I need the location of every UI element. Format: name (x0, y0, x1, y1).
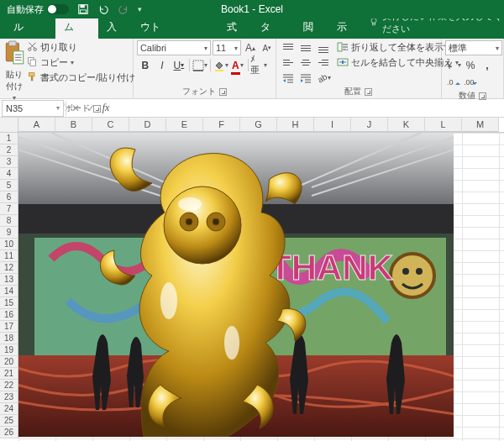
copy-button[interactable]: コピー ▾ (27, 55, 135, 70)
align-left-icon[interactable] (280, 55, 297, 70)
row-header[interactable]: 4 (0, 168, 18, 180)
autosave-toggle[interactable] (47, 4, 69, 14)
row-header[interactable]: 20 (0, 356, 18, 368)
alignment-dialog-launcher[interactable] (365, 88, 372, 96)
window-title: Book1 - Excel (221, 3, 283, 15)
row-header[interactable]: 21 (0, 368, 18, 380)
bold-button[interactable]: B (137, 58, 154, 72)
name-box-value: N35 (6, 103, 23, 113)
number-format-combo[interactable]: 標準▾ (445, 40, 502, 55)
decrease-font-icon[interactable]: A▾ (260, 42, 275, 55)
formula-bar: N35▾ ✕ ✓ fx (0, 99, 504, 118)
decrease-indent-icon[interactable] (280, 71, 297, 85)
accounting-format-icon[interactable]: ¥▾ (445, 58, 462, 72)
column-header[interactable]: J (351, 118, 388, 132)
column-header[interactable]: A (18, 118, 55, 132)
row-header[interactable]: 9 (0, 227, 18, 239)
title-bar: 自動保存 ▾ Book1 - Excel (0, 0, 504, 18)
number-dialog-launcher[interactable] (479, 92, 486, 100)
svg-point-43 (213, 218, 219, 225)
comma-format-icon[interactable]: , (479, 58, 496, 72)
worksheet-grid[interactable]: A B C D E F G H I J K L M 1 2 3 4 5 6 7 … (0, 118, 504, 441)
font-dialog-launcher[interactable] (219, 88, 227, 96)
underline-button[interactable]: U▾ (171, 58, 187, 72)
column-header[interactable]: I (314, 118, 351, 132)
row-header[interactable]: 14 (0, 286, 18, 297)
paintbrush-icon (27, 71, 38, 84)
border-button[interactable]: ▾ (192, 58, 208, 72)
row-header[interactable]: 10 (0, 239, 18, 250)
align-top-icon[interactable] (280, 40, 297, 55)
autosave-control[interactable]: 自動保存 (7, 3, 69, 16)
decrease-decimal-icon[interactable]: .00 (462, 75, 479, 89)
svg-rect-12 (29, 73, 34, 76)
row-header[interactable]: 5 (0, 180, 18, 192)
orientation-icon[interactable]: ab▾ (315, 71, 332, 85)
cancel-formula-icon[interactable]: ✕ (68, 101, 83, 116)
row-header[interactable]: 23 (0, 391, 18, 403)
row-header[interactable]: 1 (0, 133, 18, 144)
column-header[interactable]: M (462, 118, 499, 132)
clipboard-icon (3, 40, 25, 67)
row-header[interactable]: 16 (0, 309, 18, 321)
column-header[interactable]: L (425, 118, 462, 132)
align-bottom-icon[interactable] (315, 40, 332, 55)
column-header[interactable]: F (203, 118, 240, 132)
svg-text:.0: .0 (447, 78, 454, 87)
quick-access-toolbar: ▾ (77, 3, 142, 15)
italic-button[interactable]: I (154, 58, 171, 72)
row-header[interactable]: 13 (0, 274, 18, 286)
row-header[interactable]: 12 (0, 262, 18, 274)
row-header[interactable]: 17 (0, 321, 18, 333)
row-header[interactable]: 19 (0, 344, 18, 356)
undo-icon[interactable] (97, 3, 109, 15)
font-color-button[interactable]: A▾ (229, 58, 246, 72)
column-header[interactable]: H (277, 118, 314, 132)
align-right-icon[interactable] (315, 55, 332, 70)
font-name-combo[interactable]: Calibri▾ (137, 40, 211, 55)
column-header[interactable]: E (166, 118, 203, 132)
align-middle-icon[interactable] (297, 40, 314, 55)
row-header[interactable]: 3 (0, 156, 18, 168)
row-header[interactable]: 25 (0, 415, 18, 427)
row-header[interactable]: 18 (0, 333, 18, 344)
cut-button[interactable]: 切り取り (27, 40, 135, 55)
qat-dropdown-icon[interactable]: ▾ (138, 5, 142, 13)
increase-font-icon[interactable]: A▴ (243, 42, 258, 55)
column-header[interactable]: G (240, 118, 277, 132)
paste-button[interactable]: 貼り付け ▾ (3, 40, 25, 102)
select-all-corner[interactable] (0, 118, 18, 133)
row-header[interactable]: 6 (0, 192, 18, 203)
column-header[interactable]: C (92, 118, 129, 132)
row-header[interactable]: 2 (0, 144, 18, 156)
row-header[interactable]: 15 (0, 297, 18, 309)
fill-color-button[interactable]: ▾ (213, 58, 229, 72)
row-header[interactable]: 7 (0, 203, 18, 215)
autosave-label: 自動保存 (7, 3, 44, 16)
ribbon-tabs: ファイル ホーム 挿入 ページ レイアウト 数式 データ 校閲 表示 実行したい… (0, 18, 504, 39)
row-header[interactable]: 8 (0, 215, 18, 227)
name-box[interactable]: N35▾ (2, 100, 64, 117)
row-header[interactable]: 11 (0, 250, 18, 262)
formula-input[interactable] (113, 101, 504, 116)
column-header[interactable]: B (55, 118, 92, 132)
column-header[interactable]: D (129, 118, 166, 132)
format-painter-button[interactable]: 書式のコピー/貼り付け (27, 71, 135, 85)
embedded-picture[interactable]: THANK (18, 133, 454, 437)
alignment-group-label: 配置 (344, 86, 361, 97)
svg-point-3 (371, 18, 376, 24)
phonetic-button[interactable]: ﾒ亜▾ (250, 58, 267, 72)
percent-format-icon[interactable]: % (462, 58, 479, 72)
save-icon[interactable] (77, 3, 89, 15)
increase-decimal-icon[interactable]: .0 (445, 75, 462, 89)
increase-indent-icon[interactable] (297, 71, 314, 85)
row-header[interactable]: 24 (0, 403, 18, 415)
redo-icon[interactable] (118, 3, 129, 15)
clipboard-dialog-launcher[interactable] (93, 105, 101, 113)
align-center-icon[interactable] (297, 55, 314, 70)
wrap-icon (337, 41, 349, 55)
column-header[interactable]: K (388, 118, 425, 132)
font-size-combo[interactable]: 11▾ (213, 40, 241, 55)
row-header[interactable]: 26 (0, 427, 18, 438)
row-header[interactable]: 22 (0, 380, 18, 391)
